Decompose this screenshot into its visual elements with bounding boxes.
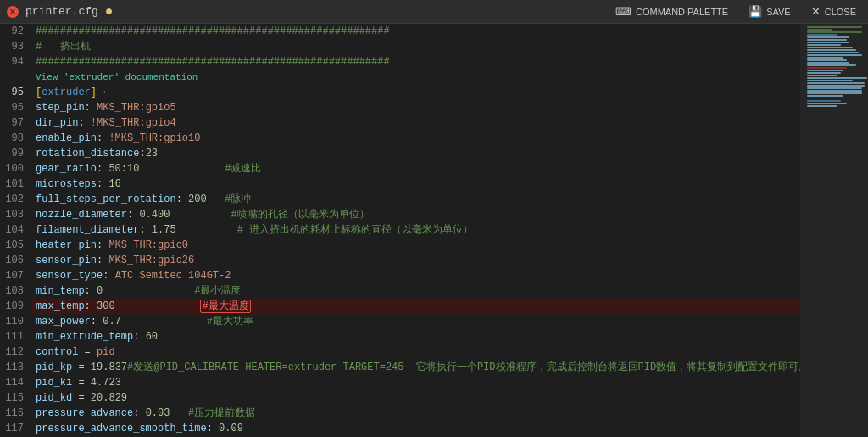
code-content: pressure_advance: 0.03 #压力提前数据 [32, 406, 800, 421]
code-content: control = pid [32, 345, 800, 360]
code-content: filament_diameter: 1.75 # 进入挤出机的耗材上标称的直径… [32, 222, 800, 238]
code-content: microsteps: 16 [32, 176, 800, 192]
code-content: sensor_type: ATC Semitec 104GT-2 [32, 268, 800, 283]
line-number: 103 [0, 207, 32, 222]
code-content: full_steps_per_rotation: 200 #脉冲 [32, 192, 800, 207]
code-content: ########################################… [32, 54, 800, 70]
minimap [800, 24, 868, 437]
line-number: 114 [0, 375, 32, 390]
line-number: 95 [0, 85, 32, 100]
modified-dot: ● [105, 5, 114, 19]
table-row: 96 step_pin: MKS_THR:gpio5 [0, 100, 800, 115]
titlebar: ✕ printer.cfg ● ⌨ COMMAND PALETTE 💾 SAVE… [0, 0, 868, 24]
table-row: 105 heater_pin: MKS_THR:gpio0 [0, 238, 800, 253]
code-content: max_temp: 300 #最大温度 [32, 299, 800, 314]
code-content: ########################################… [32, 24, 800, 39]
save-button[interactable]: 💾 SAVE [743, 3, 796, 20]
save-icon: 💾 [748, 5, 762, 18]
close-label: CLOSE [825, 7, 856, 17]
file-title: printer.cfg [25, 5, 98, 18]
line-number: 99 [0, 146, 32, 161]
code-content: pid_ki = 4.723 [32, 375, 800, 390]
line-number: 112 [0, 345, 32, 360]
line-number: 111 [0, 329, 32, 345]
line-number: 110 [0, 314, 32, 329]
save-label: SAVE [766, 7, 791, 17]
table-row: 100 gear_ratio: 50:10 #减速比 [0, 161, 800, 176]
table-row: 104 filament_diameter: 1.75 # 进入挤出机的耗材上标… [0, 222, 800, 238]
extruder-doc-link[interactable]: View 'extruder' documentation [32, 70, 198, 85]
code-content: heater_pin: MKS_THR:gpio0 [32, 238, 800, 253]
table-row: 109 max_temp: 300 #最大温度 [0, 299, 800, 314]
code-content: min_extrude_temp: 60 [32, 329, 800, 345]
line-number: 107 [0, 268, 32, 283]
line-number: 105 [0, 238, 32, 253]
close-button[interactable]: ✕ CLOSE [806, 3, 861, 20]
code-content: gear_ratio: 50:10 #减速比 [32, 161, 800, 176]
line-number: 96 [0, 100, 32, 115]
titlebar-right: ⌨ COMMAND PALETTE 💾 SAVE ✕ CLOSE [610, 3, 861, 20]
table-row: 108 min_temp: 0 #最小温度 [0, 283, 800, 299]
window-close-button[interactable]: ✕ [7, 6, 19, 18]
table-row: 102 full_steps_per_rotation: 200 #脉冲 [0, 192, 800, 207]
line-number: 100 [0, 161, 32, 176]
line-number: 115 [0, 390, 32, 406]
line-number: 97 [0, 115, 32, 131]
command-palette-button[interactable]: ⌨ COMMAND PALETTE [610, 3, 733, 20]
line-number: 117 [0, 421, 32, 436]
table-row: 113 pid_kp = 19.837#发送@PID_CALIBRATE HEA… [0, 360, 800, 375]
table-row: 114 pid_ki = 4.723 [0, 375, 800, 390]
line-number: 101 [0, 176, 32, 192]
line-number: 113 [0, 360, 32, 375]
code-content: nozzle_diameter: 0.400 #喷嘴的孔径（以毫米为单位） [32, 207, 800, 222]
table-row: 98 enable_pin: !MKS_THR:gpio10 [0, 131, 800, 146]
table-row: 97 dir_pin: !MKS_THR:gpio4 [0, 115, 800, 131]
code-content: pid_kd = 20.829 [32, 390, 800, 406]
table-row: 92 #####################################… [0, 24, 800, 39]
code-content: [extruder] ← [32, 85, 800, 100]
code-content: pressure_advance_smooth_time: 0.09 [32, 421, 800, 436]
command-palette-label: COMMAND PALETTE [636, 7, 728, 17]
table-row: 116 pressure_advance: 0.03 #压力提前数据 [0, 406, 800, 421]
table-row: 101 microsteps: 16 [0, 176, 800, 192]
code-content: pid_kp = 19.837#发送@PID_CALIBRATE HEATER=… [32, 360, 800, 375]
code-content: step_pin: MKS_THR:gpio5 [32, 100, 800, 115]
line-number: 98 [0, 131, 32, 146]
table-row: 106 sensor_pin: MKS_THR:gpio26 [0, 253, 800, 268]
spacer [0, 70, 32, 85]
close-x-icon: ✕ [9, 8, 16, 16]
table-row: 99 rotation_distance:23 [0, 146, 800, 161]
line-number: 109 [0, 299, 32, 314]
code-content: dir_pin: !MKS_THR:gpio4 [32, 115, 800, 131]
code-content: rotation_distance:23 [32, 146, 800, 161]
line-number: 116 [0, 406, 32, 421]
table-row: 112 control = pid [0, 345, 800, 360]
table-row: 95 [extruder] ← [0, 85, 800, 100]
table-row: 110 max_power: 0.7 #最大功率 [0, 314, 800, 329]
table-row: 94 #####################################… [0, 54, 800, 70]
code-editor[interactable]: 92 #####################################… [0, 24, 800, 437]
table-row: 115 pid_kd = 20.829 [0, 390, 800, 406]
line-number: 102 [0, 192, 32, 207]
x-icon: ✕ [811, 5, 821, 18]
line-number: 106 [0, 253, 32, 268]
minimap-content [800, 24, 868, 437]
table-row: 111 min_extrude_temp: 60 [0, 329, 800, 345]
code-content: max_power: 0.7 #最大功率 [32, 314, 800, 329]
code-content: # 挤出机 [32, 39, 800, 54]
line-number: 104 [0, 222, 32, 238]
doc-link-row: View 'extruder' documentation [0, 70, 800, 85]
table-row: 93 # 挤出机 [0, 39, 800, 54]
titlebar-left: ✕ printer.cfg ● [7, 5, 113, 19]
table-row: 117 pressure_advance_smooth_time: 0.09 [0, 421, 800, 436]
code-content: min_temp: 0 #最小温度 [32, 283, 800, 299]
palette-icon: ⌨ [615, 5, 632, 18]
table-row: 107 sensor_type: ATC Semitec 104GT-2 [0, 268, 800, 283]
code-content: enable_pin: !MKS_THR:gpio10 [32, 131, 800, 146]
line-number: 94 [0, 54, 32, 70]
line-number: 93 [0, 39, 32, 54]
table-row: 103 nozzle_diameter: 0.400 #喷嘴的孔径（以毫米为单位… [0, 207, 800, 222]
line-number: 92 [0, 24, 32, 39]
code-content: sensor_pin: MKS_THR:gpio26 [32, 253, 800, 268]
line-number: 108 [0, 283, 32, 299]
